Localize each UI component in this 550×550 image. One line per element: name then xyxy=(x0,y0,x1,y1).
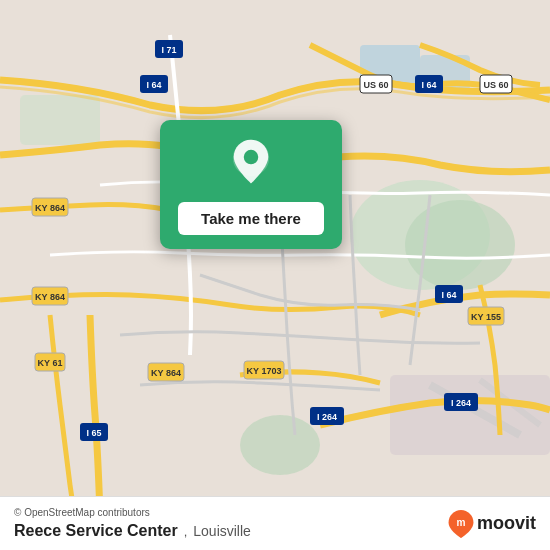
svg-text:I 64: I 64 xyxy=(146,80,161,90)
svg-text:US 60: US 60 xyxy=(483,80,508,90)
svg-text:KY 864: KY 864 xyxy=(151,368,181,378)
moovit-brand-name: moovit xyxy=(477,513,536,534)
svg-text:I 71: I 71 xyxy=(161,45,176,55)
svg-point-9 xyxy=(240,415,320,475)
svg-text:I 64: I 64 xyxy=(441,290,456,300)
svg-point-41 xyxy=(244,150,259,165)
osm-attribution: © OpenStreetMap contributors xyxy=(14,507,251,518)
svg-rect-3 xyxy=(20,95,100,145)
map-roads: I 64 I 64 I 64 US 60 US 60 KY 864 KY 864… xyxy=(0,0,550,550)
svg-text:I 264: I 264 xyxy=(451,398,471,408)
svg-text:KY 61: KY 61 xyxy=(38,358,63,368)
moovit-brand-icon: m xyxy=(447,510,475,538)
svg-text:I 65: I 65 xyxy=(86,428,101,438)
place-city: Louisville xyxy=(193,523,251,539)
svg-text:KY 864: KY 864 xyxy=(35,203,65,213)
svg-text:KY 155: KY 155 xyxy=(471,312,501,322)
bottom-bar: © OpenStreetMap contributors Reece Servi… xyxy=(0,496,550,550)
moovit-logo: m moovit xyxy=(447,510,536,538)
popup-card[interactable]: Take me there xyxy=(160,120,342,249)
place-name: Reece Service Center xyxy=(14,522,178,540)
svg-text:KY 1703: KY 1703 xyxy=(247,366,282,376)
svg-text:I 64: I 64 xyxy=(421,80,436,90)
svg-text:I 264: I 264 xyxy=(317,412,337,422)
bottom-left: © OpenStreetMap contributors Reece Servi… xyxy=(14,507,251,540)
take-me-there-button[interactable]: Take me there xyxy=(178,202,324,235)
location-pin-icon xyxy=(226,138,276,188)
svg-text:US 60: US 60 xyxy=(363,80,388,90)
map-container: I 64 I 64 I 64 US 60 US 60 KY 864 KY 864… xyxy=(0,0,550,550)
svg-text:m: m xyxy=(456,517,465,528)
svg-text:KY 864: KY 864 xyxy=(35,292,65,302)
